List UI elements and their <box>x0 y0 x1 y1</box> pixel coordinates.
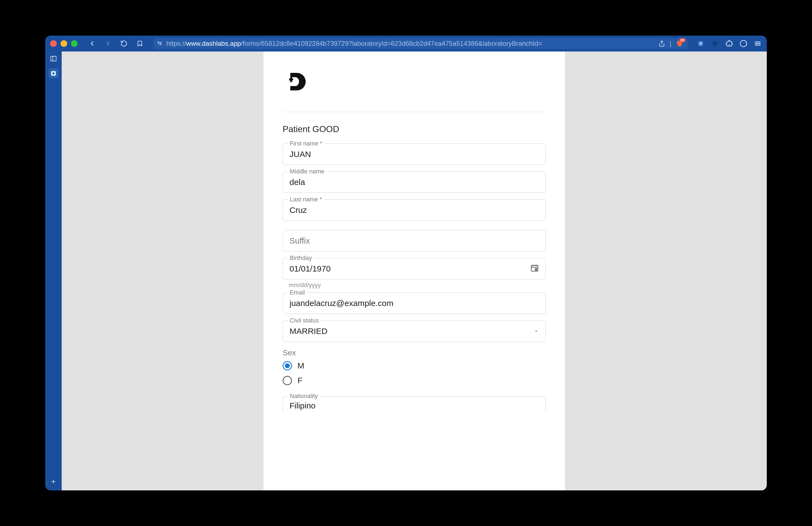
email-label: Email <box>288 290 307 295</box>
first-name-input[interactable] <box>290 150 539 159</box>
civil-status-label: Civil status <box>288 318 321 323</box>
form-card: Patient GOOD First name * Middle name La… <box>263 51 565 491</box>
extensions-puzzle-icon[interactable] <box>725 40 733 48</box>
page-viewport[interactable]: Patient GOOD First name * Middle name La… <box>62 51 767 491</box>
reload-button[interactable] <box>120 40 128 48</box>
suffix-input[interactable] <box>290 236 539 245</box>
browser-topbar: https://www.dashlabs.app/forms/65812dc8e… <box>45 35 767 51</box>
birthday-input[interactable] <box>290 264 527 273</box>
birthday-label: Birthday <box>288 255 314 261</box>
brave-shields-icon[interactable]: 28 <box>675 39 684 48</box>
share-icon[interactable] <box>658 40 666 48</box>
dashlabs-logo <box>282 68 546 95</box>
window-traffic-lights <box>50 40 77 47</box>
last-name-field: Last name * <box>282 199 546 221</box>
svg-point-2 <box>160 44 161 45</box>
nationality-label: Nationality <box>288 393 320 399</box>
menu-icon[interactable] <box>754 40 762 48</box>
first-name-field: First name * <box>282 144 546 165</box>
topbar-right-icons <box>697 40 762 48</box>
window-maximize-button[interactable] <box>71 40 77 47</box>
svg-point-0 <box>158 42 159 43</box>
first-name-label: First name * <box>288 141 324 146</box>
sex-option-m[interactable]: M <box>282 361 546 371</box>
radio-f-label: F <box>298 376 302 385</box>
radio-m-icon <box>282 361 292 371</box>
divider <box>282 112 546 112</box>
url-text: https://www.dashlabs.app/forms/65812dc8e… <box>166 40 654 47</box>
new-tab-button[interactable]: + <box>48 477 58 486</box>
calendar-icon[interactable] <box>530 264 539 274</box>
radio-m-label: M <box>298 361 304 371</box>
back-button[interactable] <box>88 40 96 48</box>
email-input[interactable] <box>290 299 539 308</box>
civil-status-field: Civil status MARRIED <box>282 320 546 342</box>
middle-name-field: Middle name <box>282 171 546 193</box>
nav-controls <box>88 40 144 48</box>
bookmark-button[interactable] <box>136 40 144 48</box>
middle-name-label: Middle name <box>288 169 327 174</box>
extension-icon-2[interactable] <box>711 40 719 48</box>
nationality-input[interactable] <box>290 401 539 410</box>
shield-count-badge: 28 <box>679 38 686 43</box>
svg-rect-22 <box>535 269 537 270</box>
civil-status-select[interactable]: MARRIED <box>282 320 546 342</box>
sex-label: Sex <box>282 348 546 357</box>
profile-icon[interactable] <box>739 40 748 48</box>
birthday-helper: mm/dd/yyyy <box>289 282 546 289</box>
svg-rect-13 <box>51 56 56 61</box>
middle-name-input[interactable] <box>290 178 539 187</box>
suffix-field <box>282 230 546 252</box>
svg-point-7 <box>713 42 715 44</box>
tab-dashlabs[interactable] <box>48 69 58 78</box>
forward-button[interactable] <box>104 40 112 48</box>
browser-body: + Patient GOOD First name * <box>45 51 767 491</box>
last-name-input[interactable] <box>290 206 539 215</box>
vertical-tab-rail: + <box>45 51 62 491</box>
window-close-button[interactable] <box>50 40 57 47</box>
address-right-icons: | 28 <box>658 39 684 48</box>
chevron-down-icon <box>534 327 539 336</box>
browser-window: https://www.dashlabs.app/forms/65812dc8e… <box>45 35 767 491</box>
address-bar[interactable]: https://www.dashlabs.app/forms/65812dc8e… <box>153 38 688 49</box>
nationality-field: Nationality <box>282 396 546 411</box>
svg-rect-17 <box>290 77 292 82</box>
sidebar-toggle-icon[interactable] <box>48 54 58 63</box>
sex-option-f[interactable]: F <box>282 376 546 385</box>
window-minimize-button[interactable] <box>61 40 67 47</box>
last-name-label: Last name * <box>288 197 324 202</box>
civil-status-value: MARRIED <box>290 327 530 336</box>
radio-f-icon <box>282 376 292 385</box>
birthday-field: Birthday <box>282 258 546 280</box>
section-title: Patient GOOD <box>282 124 546 134</box>
svg-point-8 <box>715 42 717 44</box>
site-settings-icon[interactable] <box>157 40 163 48</box>
extension-icon-1[interactable] <box>697 40 705 48</box>
email-field: Email <box>282 292 546 314</box>
